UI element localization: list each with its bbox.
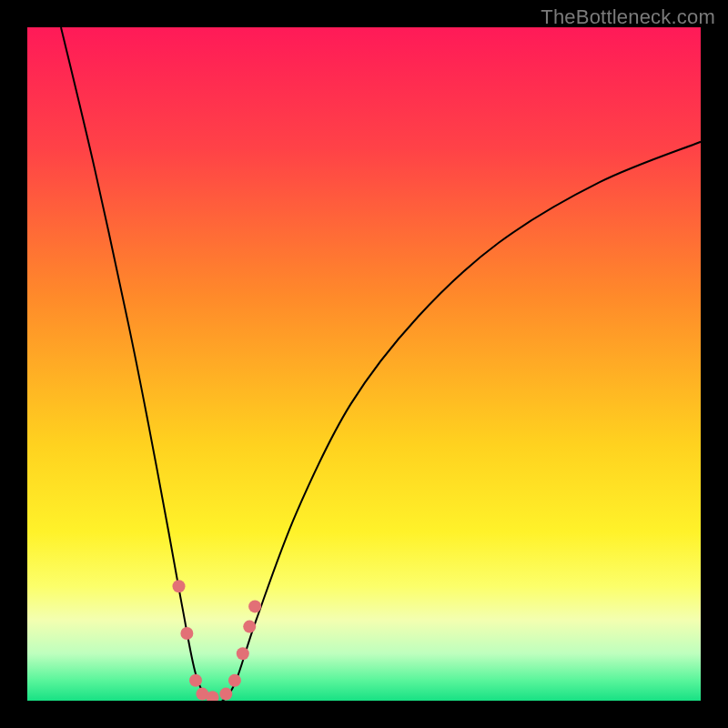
curve-marker-dot — [180, 627, 193, 640]
watermark-text: TheBottleneck.com — [541, 5, 715, 29]
curve-marker-dot — [173, 580, 186, 592]
curve-marker-dot — [228, 674, 241, 687]
plot-area — [27, 27, 701, 701]
chart-svg — [27, 27, 701, 701]
curve-marker-dot — [189, 674, 202, 687]
curve-marker-dot — [248, 600, 261, 612]
curve-marker-dot — [243, 621, 256, 633]
gradient-background — [27, 27, 701, 701]
outer-frame: TheBottleneck.com — [0, 0, 728, 728]
curve-marker-dot — [219, 688, 232, 701]
curve-marker-dot — [237, 647, 249, 660]
